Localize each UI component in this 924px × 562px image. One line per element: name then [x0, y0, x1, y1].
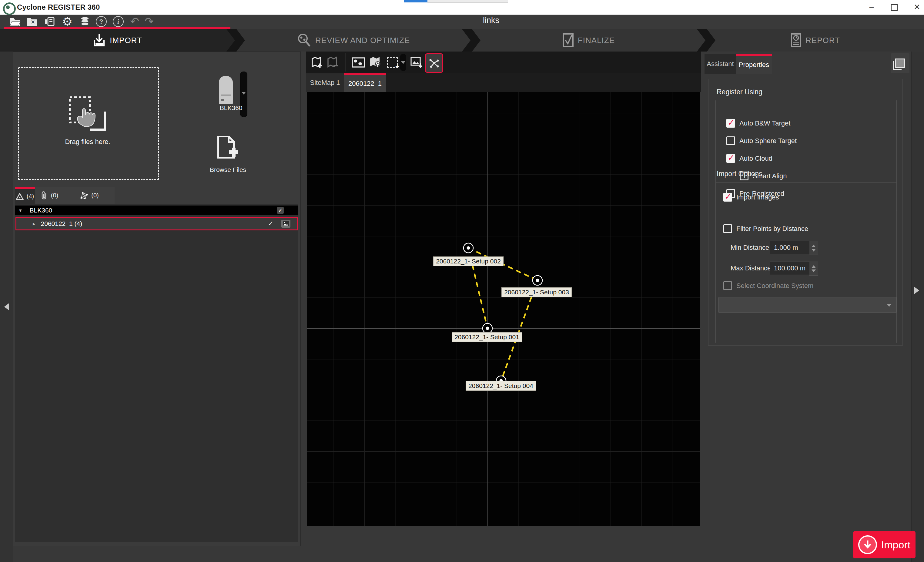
step-up-icon: [812, 244, 816, 247]
tab-assistant[interactable]: Assistant: [705, 54, 736, 74]
checkbox-disabled[interactable]: [723, 281, 732, 290]
restore-button[interactable]: [884, 0, 905, 14]
warnings-count: (4): [27, 193, 34, 200]
undo-button[interactable]: ↶: [129, 16, 141, 27]
settings-button[interactable]: ⚙: [61, 16, 74, 27]
open-project-button[interactable]: [9, 16, 22, 27]
layout-panels-button[interactable]: [891, 53, 909, 73]
min-distance-label: Min Distance: [730, 244, 769, 252]
max-distance-stepper[interactable]: [809, 262, 818, 276]
help-icon: ?: [96, 16, 107, 27]
warning-icon: [16, 193, 24, 200]
import-step-icon: [93, 34, 105, 47]
tree-row-setup-group[interactable]: ▸ 2060122_1 (4) ✓: [15, 217, 298, 230]
option-filter-points[interactable]: Filter Points by Distance: [723, 224, 808, 233]
attachments-count: (0): [51, 192, 58, 199]
checkbox-unchecked[interactable]: [726, 136, 735, 145]
option-import-images[interactable]: Import Images: [723, 193, 779, 202]
checkbox-unchecked[interactable]: [723, 224, 732, 233]
tab-warnings[interactable]: (4): [15, 187, 35, 204]
setup-label-004[interactable]: 2060122_1- Setup 004: [466, 381, 536, 391]
coordinate-system-dropdown[interactable]: [718, 297, 897, 313]
remove-sitemap-icon: [326, 56, 338, 69]
option-auto-sphere-target[interactable]: Auto Sphere Target: [726, 136, 796, 145]
toolbar-separator: [346, 53, 346, 72]
max-distance-input[interactable]: 100.000 m: [770, 262, 813, 275]
toolbar-progress-line: [4, 27, 230, 29]
import-device-button[interactable]: [43, 16, 56, 27]
tab-strip-underline: [772, 74, 891, 74]
info-button[interactable]: i: [111, 16, 125, 27]
review-step-icon: [297, 33, 311, 47]
add-sitemap-button[interactable]: [309, 55, 324, 70]
checkbox-checked[interactable]: [726, 154, 735, 163]
world-map-button[interactable]: [351, 55, 366, 70]
setup-label-002[interactable]: 2060122_1- Setup 002: [433, 256, 504, 266]
workflow-step-import[interactable]: IMPORT: [0, 29, 235, 51]
storage-button[interactable]: [78, 16, 92, 27]
image-badge-icon[interactable]: [281, 220, 290, 228]
links-view-button[interactable]: [425, 53, 443, 73]
checkbox-checked[interactable]: [726, 119, 735, 127]
option-select-coordinate-system[interactable]: Select Coordinate System: [723, 281, 813, 290]
step-down-icon: [812, 249, 816, 252]
app-logo-icon: [3, 2, 16, 15]
links-count: (0): [91, 192, 99, 199]
option-auto-cloud[interactable]: Auto Cloud: [726, 154, 772, 163]
tab-sitemap-1[interactable]: SiteMap 1: [306, 73, 344, 92]
register-using-title: Register Using: [717, 88, 762, 96]
project-tree: ▾ BLK360 ✓ ▸ 2060122_1 (4) ✓: [15, 204, 298, 542]
tree-root-checkbox[interactable]: ✓: [277, 207, 284, 214]
select-mode-dropdown[interactable]: [400, 54, 406, 71]
tab-2060122-1[interactable]: 2060122_1: [344, 73, 386, 92]
chevron-down-icon: [242, 92, 246, 94]
browse-files-button[interactable]: [217, 136, 239, 163]
workflow-step-label: REVIEW AND OPTIMIZE: [315, 36, 410, 45]
close-project-button[interactable]: ✕: [26, 16, 39, 27]
tree-row-root[interactable]: ▾ BLK360 ✓: [15, 205, 298, 215]
setup-label-003[interactable]: 2060122_1- Setup 003: [501, 287, 572, 297]
right-gutter: [911, 51, 924, 562]
min-distance-stepper[interactable]: [809, 241, 818, 255]
links-view-icon: [429, 58, 440, 69]
help-button[interactable]: ?: [94, 16, 108, 27]
workflow-step-finalize[interactable]: FINALIZE: [472, 29, 705, 51]
select-area-button[interactable]: [386, 55, 399, 70]
map-pin-button[interactable]: [368, 55, 383, 70]
redo-button[interactable]: ↷: [143, 16, 155, 27]
min-distance-input[interactable]: 1.000 m: [770, 241, 813, 254]
workflow-step-review[interactable]: REVIEW AND OPTIMIZE: [237, 29, 471, 51]
step-down-icon: [812, 270, 816, 272]
collapse-left-panel-arrow[interactable]: [4, 303, 9, 310]
blk360-device-icon[interactable]: [219, 76, 233, 104]
map-pin-icon: [369, 56, 382, 69]
project-title: links: [461, 16, 521, 25]
tab-label: 2060122_1: [348, 80, 382, 88]
image-download-button[interactable]: [409, 55, 424, 70]
info-icon: i: [113, 16, 124, 27]
expand-arrow-icon[interactable]: ▸: [33, 221, 36, 227]
workflow-bar: IMPORT REVIEW AND OPTIMIZE FINALIZE REPO…: [0, 29, 924, 51]
max-distance-value: 100.000 m: [774, 264, 806, 272]
tab-attachments[interactable]: (0): [35, 187, 64, 204]
device-icon: [44, 17, 55, 26]
tab-properties[interactable]: Properties: [736, 54, 772, 74]
import-button[interactable]: Import: [853, 531, 915, 558]
close-button[interactable]: ✕: [906, 0, 924, 14]
workflow-step-report[interactable]: REPORT: [707, 29, 924, 51]
tab-links[interactable]: (0): [64, 187, 115, 204]
expand-right-panel-arrow[interactable]: [914, 287, 919, 294]
paperclip-icon: [40, 191, 48, 200]
setup-label-001[interactable]: 2060122_1- Setup 001: [452, 332, 522, 342]
option-label: Import Images: [736, 193, 779, 201]
remove-sitemap-button[interactable]: [325, 55, 339, 70]
option-label: Select Coordinate System: [736, 282, 813, 290]
step-up-icon: [812, 265, 816, 268]
minimize-button[interactable]: –: [861, 0, 882, 14]
collapse-arrow-icon[interactable]: ▾: [19, 207, 22, 214]
sitemap-canvas[interactable]: 2060122_1- Setup 002 2060122_1- Setup 00…: [307, 92, 700, 526]
option-label: Filter Points by Distance: [736, 225, 808, 233]
checkbox-checked[interactable]: [723, 193, 732, 202]
option-auto-bw-target[interactable]: Auto B&W Target: [726, 119, 790, 127]
drag-hand-icon: [69, 96, 108, 137]
